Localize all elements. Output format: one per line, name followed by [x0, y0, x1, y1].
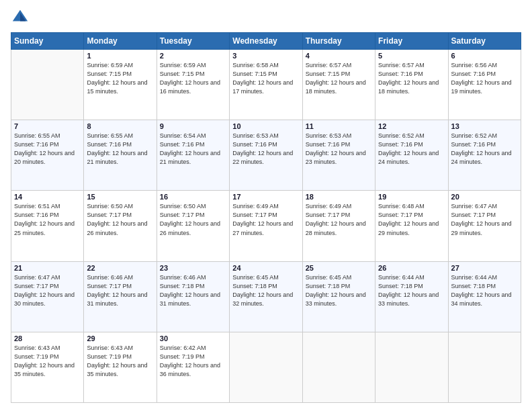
- day-number: 26: [378, 264, 445, 272]
- calendar-cell: [302, 332, 375, 402]
- day-number: 17: [232, 193, 299, 201]
- day-number: 29: [87, 334, 153, 342]
- day-info: Sunrise: 6:57 AMSunset: 7:15 PMDaylight:…: [306, 61, 372, 96]
- day-number: 6: [451, 52, 518, 60]
- day-number: 24: [232, 264, 299, 272]
- day-info: Sunrise: 6:55 AMSunset: 7:16 PMDaylight:…: [14, 132, 81, 167]
- day-info: Sunrise: 6:53 AMSunset: 7:16 PMDaylight:…: [232, 132, 299, 167]
- day-header-tuesday: Tuesday: [157, 33, 229, 50]
- calendar-cell: 17Sunrise: 6:49 AMSunset: 7:17 PMDayligh…: [230, 191, 302, 261]
- day-number: 16: [160, 193, 226, 201]
- calendar-cell: 7Sunrise: 6:55 AMSunset: 7:16 PMDaylight…: [11, 120, 84, 191]
- day-number: 14: [14, 193, 81, 201]
- day-number: 2: [160, 52, 226, 60]
- day-number: 12: [378, 122, 445, 130]
- calendar-cell: 19Sunrise: 6:48 AMSunset: 7:17 PMDayligh…: [375, 191, 448, 261]
- day-info: Sunrise: 6:43 AMSunset: 7:19 PMDaylight:…: [14, 344, 81, 379]
- calendar-week-3: 14Sunrise: 6:51 AMSunset: 7:16 PMDayligh…: [11, 191, 521, 261]
- day-info: Sunrise: 6:54 AMSunset: 7:16 PMDaylight:…: [160, 132, 226, 167]
- day-number: 22: [87, 264, 153, 272]
- calendar-cell: 26Sunrise: 6:44 AMSunset: 7:18 PMDayligh…: [375, 261, 448, 332]
- calendar-cell: 24Sunrise: 6:45 AMSunset: 7:18 PMDayligh…: [230, 261, 302, 332]
- day-number: 20: [451, 193, 518, 201]
- calendar-week-4: 21Sunrise: 6:47 AMSunset: 7:17 PMDayligh…: [11, 261, 521, 332]
- day-info: Sunrise: 6:51 AMSunset: 7:16 PMDaylight:…: [14, 202, 81, 237]
- calendar-cell: 9Sunrise: 6:54 AMSunset: 7:16 PMDaylight…: [157, 120, 229, 191]
- day-info: Sunrise: 6:45 AMSunset: 7:18 PMDaylight:…: [306, 273, 372, 308]
- day-info: Sunrise: 6:47 AMSunset: 7:17 PMDaylight:…: [451, 202, 518, 237]
- calendar-cell: 3Sunrise: 6:58 AMSunset: 7:15 PMDaylight…: [230, 50, 302, 120]
- day-info: Sunrise: 6:46 AMSunset: 7:18 PMDaylight:…: [160, 273, 226, 308]
- day-number: 9: [160, 122, 226, 130]
- day-info: Sunrise: 6:53 AMSunset: 7:16 PMDaylight:…: [306, 132, 372, 167]
- day-info: Sunrise: 6:45 AMSunset: 7:18 PMDaylight:…: [232, 273, 299, 308]
- calendar-week-2: 7Sunrise: 6:55 AMSunset: 7:16 PMDaylight…: [11, 120, 521, 191]
- logo: [11, 8, 32, 27]
- calendar-cell: 1Sunrise: 6:59 AMSunset: 7:15 PMDaylight…: [84, 50, 157, 120]
- calendar-cell: 25Sunrise: 6:45 AMSunset: 7:18 PMDayligh…: [302, 261, 375, 332]
- day-number: 25: [306, 264, 372, 272]
- day-info: Sunrise: 6:44 AMSunset: 7:18 PMDaylight:…: [451, 273, 518, 308]
- day-number: 15: [87, 193, 153, 201]
- day-info: Sunrise: 6:50 AMSunset: 7:17 PMDaylight:…: [87, 202, 153, 237]
- calendar-header-row: SundayMondayTuesdayWednesdayThursdayFrid…: [11, 33, 521, 50]
- day-number: 8: [87, 122, 153, 130]
- header: [11, 8, 521, 27]
- calendar-cell: 16Sunrise: 6:50 AMSunset: 7:17 PMDayligh…: [157, 191, 229, 261]
- calendar-cell: 27Sunrise: 6:44 AMSunset: 7:18 PMDayligh…: [448, 261, 521, 332]
- day-header-wednesday: Wednesday: [230, 33, 302, 50]
- day-info: Sunrise: 6:48 AMSunset: 7:17 PMDaylight:…: [378, 202, 445, 237]
- day-number: 4: [306, 52, 372, 60]
- day-info: Sunrise: 6:55 AMSunset: 7:16 PMDaylight:…: [87, 132, 153, 167]
- day-header-friday: Friday: [375, 33, 448, 50]
- day-header-thursday: Thursday: [302, 33, 375, 50]
- day-number: 23: [160, 264, 226, 272]
- calendar-cell: 13Sunrise: 6:52 AMSunset: 7:16 PMDayligh…: [448, 120, 521, 191]
- day-info: Sunrise: 6:56 AMSunset: 7:16 PMDaylight:…: [451, 61, 518, 96]
- day-number: 7: [14, 122, 81, 130]
- day-number: 3: [232, 52, 299, 60]
- day-info: Sunrise: 6:52 AMSunset: 7:16 PMDaylight:…: [378, 132, 445, 167]
- day-info: Sunrise: 6:58 AMSunset: 7:15 PMDaylight:…: [232, 61, 299, 96]
- calendar-cell: 22Sunrise: 6:46 AMSunset: 7:17 PMDayligh…: [84, 261, 157, 332]
- calendar-cell: 14Sunrise: 6:51 AMSunset: 7:16 PMDayligh…: [11, 191, 84, 261]
- calendar-cell: 12Sunrise: 6:52 AMSunset: 7:16 PMDayligh…: [375, 120, 448, 191]
- day-header-saturday: Saturday: [448, 33, 521, 50]
- calendar-cell: 18Sunrise: 6:49 AMSunset: 7:17 PMDayligh…: [302, 191, 375, 261]
- calendar-cell: 8Sunrise: 6:55 AMSunset: 7:16 PMDaylight…: [84, 120, 157, 191]
- day-number: 5: [378, 52, 445, 60]
- day-info: Sunrise: 6:57 AMSunset: 7:16 PMDaylight:…: [378, 61, 445, 96]
- day-info: Sunrise: 6:44 AMSunset: 7:18 PMDaylight:…: [378, 273, 445, 308]
- day-number: 30: [160, 334, 226, 342]
- day-info: Sunrise: 6:49 AMSunset: 7:17 PMDaylight:…: [232, 202, 299, 237]
- day-info: Sunrise: 6:59 AMSunset: 7:15 PMDaylight:…: [160, 61, 226, 96]
- calendar-cell: [230, 332, 302, 402]
- day-info: Sunrise: 6:59 AMSunset: 7:15 PMDaylight:…: [87, 61, 153, 96]
- calendar-cell: 28Sunrise: 6:43 AMSunset: 7:19 PMDayligh…: [11, 332, 84, 402]
- day-number: 18: [306, 193, 372, 201]
- day-info: Sunrise: 6:47 AMSunset: 7:17 PMDaylight:…: [14, 273, 81, 308]
- calendar-cell: [448, 332, 521, 402]
- calendar-week-5: 28Sunrise: 6:43 AMSunset: 7:19 PMDayligh…: [11, 332, 521, 402]
- day-number: 10: [232, 122, 299, 130]
- calendar-cell: 11Sunrise: 6:53 AMSunset: 7:16 PMDayligh…: [302, 120, 375, 191]
- calendar-cell: 4Sunrise: 6:57 AMSunset: 7:15 PMDaylight…: [302, 50, 375, 120]
- calendar-cell: 10Sunrise: 6:53 AMSunset: 7:16 PMDayligh…: [230, 120, 302, 191]
- day-number: 19: [378, 193, 445, 201]
- day-info: Sunrise: 6:42 AMSunset: 7:19 PMDaylight:…: [160, 344, 226, 379]
- calendar-cell: 6Sunrise: 6:56 AMSunset: 7:16 PMDaylight…: [448, 50, 521, 120]
- day-info: Sunrise: 6:50 AMSunset: 7:17 PMDaylight:…: [160, 202, 226, 237]
- day-number: 21: [14, 264, 81, 272]
- day-number: 27: [451, 264, 518, 272]
- calendar-table: SundayMondayTuesdayWednesdayThursdayFrid…: [11, 32, 521, 403]
- calendar-cell: 2Sunrise: 6:59 AMSunset: 7:15 PMDaylight…: [157, 50, 229, 120]
- calendar-week-1: 1Sunrise: 6:59 AMSunset: 7:15 PMDaylight…: [11, 50, 521, 120]
- day-info: Sunrise: 6:49 AMSunset: 7:17 PMDaylight:…: [306, 202, 372, 237]
- calendar-cell: 5Sunrise: 6:57 AMSunset: 7:16 PMDaylight…: [375, 50, 448, 120]
- day-info: Sunrise: 6:52 AMSunset: 7:16 PMDaylight:…: [451, 132, 518, 167]
- calendar-cell: 29Sunrise: 6:43 AMSunset: 7:19 PMDayligh…: [84, 332, 157, 402]
- calendar-cell: 30Sunrise: 6:42 AMSunset: 7:19 PMDayligh…: [157, 332, 229, 402]
- day-number: 1: [87, 52, 153, 60]
- page: SundayMondayTuesdayWednesdayThursdayFrid…: [0, 0, 532, 411]
- day-number: 11: [306, 122, 372, 130]
